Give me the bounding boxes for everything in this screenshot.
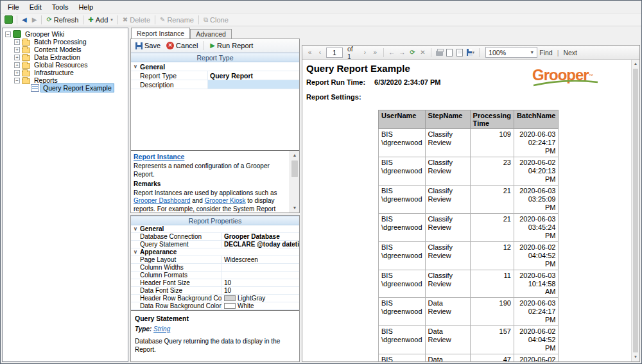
help-link-grooper-dashboard[interactable]: Grooper Dashboard [134,197,190,204]
zoom-combobox[interactable]: 100% ▼ [485,47,537,58]
tree-expander-icon[interactable]: + [14,70,20,76]
property-value[interactable]: Query Report [208,71,299,80]
previous-page-button[interactable]: ‹ [316,49,324,56]
tree-expander-icon[interactable]: + [14,55,20,60]
tab-advanced[interactable]: Advanced [190,29,232,39]
page-number-input[interactable] [326,48,343,58]
property-row-header-row-background-color[interactable]: Header Row Background Color LightGray [131,295,299,302]
clone-button[interactable]: ⧉ Clone [201,15,231,24]
property-row-description[interactable]: Description [131,80,299,89]
viewer-stop-button[interactable]: ✕ [419,49,427,56]
refresh-button[interactable]: ⟳ Refresh [44,15,81,24]
tree-node-label[interactable]: Reports [32,76,60,84]
tree-expander-icon[interactable]: − [14,78,20,83]
tree-item-data-extraction[interactable]: + Data Extraction [3,53,128,61]
tree-expander-icon[interactable]: − [5,31,11,37]
print-layout-button[interactable] [446,49,454,56]
property-row-page-layout[interactable]: Page Layout Widescreen [131,256,299,264]
scroll-up-icon[interactable]: ▲ [290,151,299,160]
folder-icon [22,48,30,53]
tree-item-grooper-wiki[interactable]: − Grooper Wiki [3,30,128,38]
scrollbar-thumb[interactable] [633,69,638,352]
back-button[interactable]: ◀ [19,16,30,24]
tree-item-reports[interactable]: − Reports [3,76,128,84]
help-title-link[interactable]: Report Instance [134,153,287,161]
scroll-down-icon[interactable]: ▼ [290,204,299,212]
table-header-username: UserName [379,110,426,129]
tree-node-label[interactable]: Content Models [32,46,83,53]
last-page-button[interactable]: » [371,49,379,56]
export-button[interactable]: ▾ [466,49,475,56]
collapse-arrow-icon[interactable]: ∨ [132,249,139,255]
property-row-data-row-background-color[interactable]: Data Row Background Color White [131,302,299,310]
collapse-arrow-icon[interactable]: ∨ [132,64,139,69]
property-value[interactable] [208,80,299,89]
menu-edit[interactable]: Edit [24,2,47,12]
scroll-down-icon[interactable]: ▼ [632,353,639,361]
tree-node-label[interactable]: Global Resources [32,61,89,69]
cancel-button[interactable]: ✕ Cancel [164,41,200,50]
property-value[interactable] [222,264,299,271]
tree-node-label[interactable]: Query Report Example [41,84,114,92]
menu-help[interactable]: Help [73,2,98,12]
property-group-appearance[interactable]: ∨ Appearance [131,248,299,256]
tree-item-content-models[interactable]: + Content Models [3,46,128,53]
property-row-query-statement[interactable]: Query Statement DECLARE @today datetime=… [131,241,299,248]
property-value[interactable]: 10 [222,287,299,294]
property-row-report-type[interactable]: Report Type Query Report [131,71,299,80]
tree-item-batch-processing[interactable]: + Batch Processing [3,38,128,46]
property-row-data-font-size[interactable]: Data Font Size 10 [131,287,299,295]
property-value[interactable]: White [222,302,299,309]
page-setup-button[interactable] [456,49,464,56]
scroll-up-icon[interactable]: ▲ [632,60,639,68]
property-row-column-formats[interactable]: Column Formats [131,272,299,279]
property-value[interactable] [222,272,299,279]
property-row-database-connection[interactable]: Database Connection Grooper Database [131,233,299,241]
help-link-grooper-kiosk[interactable]: Grooper Kiosk [205,197,246,204]
tree-item-query-report-example[interactable]: Query Report Example [3,84,128,92]
property-value[interactable]: 10 [222,279,299,286]
add-button[interactable]: ✚ Add ▾ [85,15,115,24]
rename-button[interactable]: ✎ Rename [157,15,196,24]
type-value-link[interactable]: String [153,325,170,333]
find-button[interactable]: Find [539,49,552,56]
run-report-button[interactable]: ▶ Run Report [208,41,255,50]
next-page-button[interactable]: › [361,49,369,56]
viewer-scrollbar[interactable]: ▲ ▼ [631,60,639,361]
scrollbar-track[interactable] [290,160,299,204]
print-button[interactable] [435,49,444,56]
menu-tools[interactable]: Tools [47,2,74,12]
tree-node-label[interactable]: Batch Processing [32,38,89,46]
property-group-general[interactable]: ∨ General [131,62,299,71]
property-row-column-widths[interactable]: Column Widths [131,264,299,272]
delete-button[interactable]: ✖ Delete [120,15,153,24]
scrollbar-thumb[interactable] [291,160,298,177]
save-label: Save [144,42,160,49]
first-page-button[interactable]: « [306,49,314,56]
tree-item-global-resources[interactable]: + Global Resources [3,61,128,69]
help-scrollbar[interactable]: ▲ ▼ [290,151,299,212]
tab-report-instance[interactable]: Report Instance [131,28,190,39]
save-button[interactable]: Save [134,41,162,50]
forward-button[interactable]: ▶ [30,16,40,24]
tree-node-label[interactable]: Grooper Wiki [23,30,66,38]
tree-expander-icon[interactable]: + [14,39,20,45]
property-value[interactable]: LightGray [222,295,299,302]
collapse-arrow-icon[interactable]: ∨ [132,226,139,232]
tree-item-infrastructure[interactable]: + Infrastructure [3,69,128,76]
find-next-button[interactable]: Next [563,49,577,56]
viewer-back-button[interactable]: ← [388,49,396,56]
tree-node-label[interactable]: Infrastructure [32,69,76,76]
property-value[interactable]: Grooper Database [222,233,299,240]
table-cell: Classify Review [425,213,470,241]
property-row-header-font-size[interactable]: Header Font Size 10 [131,279,299,287]
tree-node-label[interactable]: Data Extraction [32,53,82,61]
property-group-general[interactable]: ∨ General [131,225,299,233]
viewer-refresh-button[interactable]: ⟳ [408,49,417,56]
property-value[interactable]: Widescreen [222,256,299,263]
viewer-forward-button[interactable]: → [398,49,406,56]
property-value[interactable]: DECLARE @today datetime=GETD [222,241,299,248]
tree-expander-icon[interactable]: + [14,62,20,68]
tree-expander-icon[interactable]: + [14,47,20,53]
menu-file[interactable]: File [3,2,24,12]
